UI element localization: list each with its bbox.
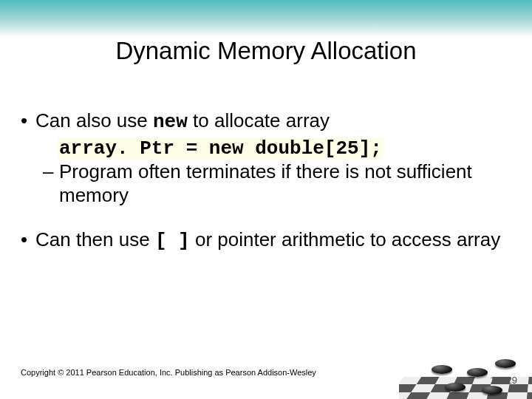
bullet-text: Can then use [ ] or pointer arithmetic t…	[35, 228, 500, 253]
sub-bullet-marker: –	[43, 160, 59, 207]
sub-bullet-text: Program often terminates if there is not…	[59, 160, 508, 207]
text-run: Can then use	[35, 228, 155, 250]
text-run: Can also use	[35, 109, 153, 132]
header-gradient	[0, 0, 532, 37]
bullet-marker: •	[21, 109, 35, 134]
code-inline: new	[153, 111, 188, 133]
slide: Dynamic Memory Allocation • Can also use…	[0, 0, 532, 399]
page-number: 10 -29	[490, 375, 517, 386]
checker-piece-icon	[467, 368, 488, 377]
slide-body: • Can also use new to allocate array arr…	[21, 109, 508, 256]
text-run: or pointer arithmetic to access array	[190, 228, 501, 250]
code-line: array. Ptr = new double[25];	[58, 137, 508, 161]
text-run: to allocate array	[188, 109, 330, 132]
sub-bullet-item: – Program often terminates if there is n…	[43, 160, 508, 207]
slide-title: Dynamic Memory Allocation	[0, 37, 532, 65]
bullet-marker: •	[21, 228, 35, 253]
checker-piece-icon	[432, 365, 452, 374]
bullet-item: • Can then use [ ] or pointer arithmetic…	[21, 228, 508, 253]
copyright-text: Copyright © 2011 Pearson Education, Inc.…	[21, 368, 316, 377]
code-text: array. Ptr = new double[25];	[58, 137, 383, 160]
checker-piece-icon	[482, 386, 502, 395]
bullet-text: Can also use new to allocate array	[35, 109, 330, 134]
decorative-checkerboard	[399, 347, 532, 399]
code-inline: [ ]	[155, 230, 190, 252]
checker-piece-icon	[445, 383, 466, 392]
bullet-item: • Can also use new to allocate array	[21, 109, 508, 134]
checker-piece-icon	[495, 359, 516, 368]
